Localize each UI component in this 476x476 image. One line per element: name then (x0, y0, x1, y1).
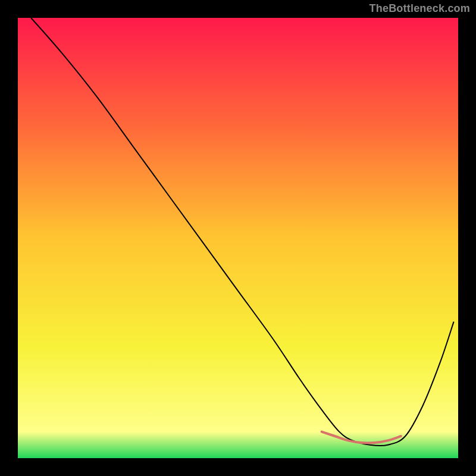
bottleneck-chart (18, 18, 458, 458)
chart-background-gradient (18, 18, 458, 458)
chart-plot-area (18, 18, 458, 458)
watermark-text: TheBottleneck.com (369, 2, 470, 15)
